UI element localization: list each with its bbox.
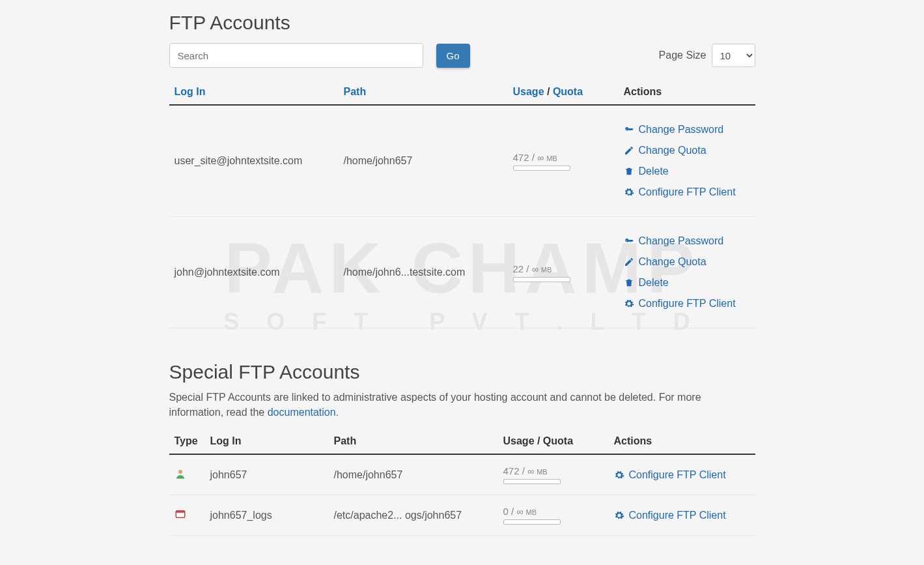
- page-size-control: Page Size 10: [659, 44, 755, 67]
- table-row: john657 /home/john657 472 / ∞ MB Configu…: [169, 454, 755, 495]
- login-cell: user_site@johntextsite.com: [169, 105, 339, 217]
- configure-ftp-client-link[interactable]: Configure FTP Client: [624, 186, 750, 198]
- gear-icon: [624, 298, 634, 309]
- delete-link[interactable]: Delete: [624, 277, 750, 289]
- trash-icon: [624, 166, 634, 177]
- usage-progress: [503, 479, 561, 484]
- gear-icon: [614, 510, 624, 521]
- go-button[interactable]: Go: [436, 44, 470, 68]
- change-password-link[interactable]: Change Password: [624, 124, 750, 136]
- col-usage[interactable]: Usage: [513, 86, 544, 97]
- col-login[interactable]: Log In: [169, 80, 339, 105]
- svg-rect-2: [176, 511, 185, 513]
- special-description: Special FTP Accounts are linked to admin…: [169, 390, 755, 420]
- usage-progress: [503, 519, 561, 525]
- usage-cell: 472 / ∞ MB: [498, 454, 609, 495]
- pencil-icon: [624, 257, 634, 267]
- ftp-accounts-table: Log In Path Usage / Quota Actions user_s…: [169, 80, 755, 328]
- path-cell: /home/john6...testsite.com: [339, 217, 508, 328]
- configure-ftp-client-link[interactable]: Configure FTP Client: [614, 469, 750, 481]
- change-quota-link[interactable]: Change Quota: [624, 256, 750, 268]
- page-title: FTP Accounts: [169, 12, 755, 34]
- documentation-link[interactable]: documentation: [268, 407, 336, 418]
- col-usage-quota: Usage / Quota: [498, 429, 609, 454]
- change-quota-link[interactable]: Change Quota: [624, 145, 750, 156]
- key-icon: [624, 236, 634, 246]
- path-cell: /etc/apache2... ogs/john657: [329, 495, 498, 536]
- actions-cell: Change Password Change Quota Delete: [619, 105, 755, 217]
- usage-cell: 472 / ∞ MB: [508, 105, 619, 217]
- configure-ftp-client-link[interactable]: Configure FTP Client: [614, 510, 750, 521]
- login-cell: john657_logs: [205, 495, 329, 536]
- search-bar: Go Page Size 10: [169, 43, 755, 68]
- actions-cell: Configure FTP Client: [609, 454, 755, 495]
- table-row: john657_logs /etc/apache2... ogs/john657…: [169, 495, 755, 536]
- gear-icon: [614, 470, 624, 480]
- key-icon: [624, 124, 634, 135]
- special-title: Special FTP Accounts: [169, 361, 755, 383]
- pencil-icon: [624, 145, 634, 156]
- usage-cell: 22 / ∞ MB: [508, 217, 619, 328]
- logs-icon: [175, 508, 186, 520]
- configure-ftp-client-link[interactable]: Configure FTP Client: [624, 298, 750, 310]
- table-row: user_site@johntextsite.com /home/john657…: [169, 105, 755, 217]
- col-actions: Actions: [609, 429, 755, 454]
- user-icon: [175, 468, 186, 480]
- col-quota[interactable]: Quota: [553, 86, 583, 97]
- actions-cell: Configure FTP Client: [609, 495, 755, 536]
- delete-link[interactable]: Delete: [624, 166, 750, 177]
- col-actions: Actions: [619, 80, 755, 105]
- special-ftp-accounts-table: Type Log In Path Usage / Quota Actions j…: [169, 429, 755, 536]
- gear-icon: [624, 187, 634, 197]
- page-size-label: Page Size: [659, 50, 707, 61]
- login-cell: john@johntextsite.com: [169, 217, 339, 328]
- svg-point-0: [178, 470, 182, 474]
- trash-icon: [624, 278, 634, 288]
- col-type: Type: [169, 429, 205, 454]
- page-size-select[interactable]: 10: [712, 44, 755, 67]
- table-row: john@johntextsite.com /home/john6...test…: [169, 217, 755, 328]
- login-cell: john657: [205, 454, 329, 495]
- search-input[interactable]: [169, 43, 423, 68]
- change-password-link[interactable]: Change Password: [624, 235, 750, 247]
- col-path[interactable]: Path: [339, 80, 508, 105]
- usage-progress: [513, 277, 570, 282]
- path-cell: /home/john657: [339, 105, 508, 217]
- type-cell: [169, 454, 205, 495]
- usage-progress: [513, 166, 570, 171]
- path-cell: /home/john657: [329, 454, 498, 495]
- type-cell: [169, 495, 205, 536]
- actions-cell: Change Password Change Quota Delete: [619, 217, 755, 328]
- usage-cell: 0 / ∞ MB: [498, 495, 609, 536]
- col-usage-quota: Usage / Quota: [508, 80, 619, 105]
- col-login: Log In: [205, 429, 329, 454]
- col-path: Path: [329, 429, 498, 454]
